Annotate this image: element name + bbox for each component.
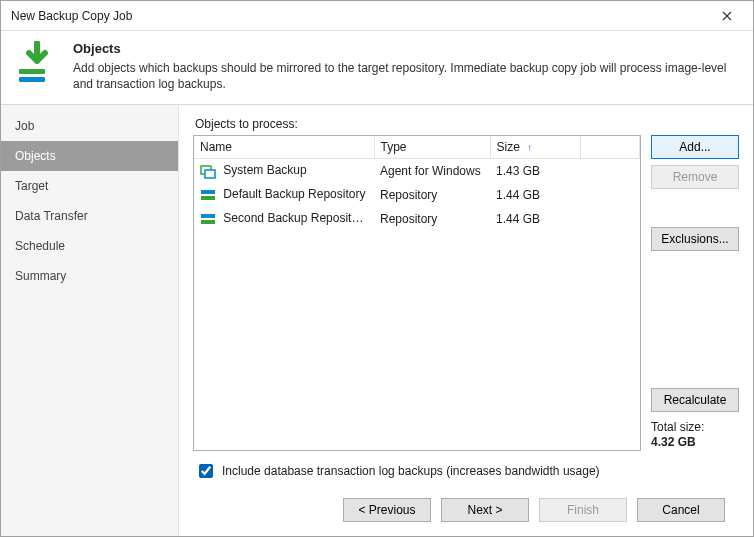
include-tx-logs-label: Include database transaction log backups… <box>222 464 600 478</box>
sidebar-item-summary[interactable]: Summary <box>1 261 178 291</box>
repository-icon <box>200 211 216 227</box>
wizard-main: Objects to process: Name Type Size ↑ <box>179 105 753 536</box>
repository-icon <box>200 187 216 203</box>
header-title: Objects <box>73 41 739 56</box>
svg-rect-6 <box>201 214 215 218</box>
table-row[interactable]: System Backup Agent for Windows 1.43 GB <box>194 159 640 184</box>
cell-type: Repository <box>374 183 490 207</box>
sidebar-item-objects[interactable]: Objects <box>1 141 178 171</box>
close-icon[interactable] <box>707 2 747 30</box>
col-header-size-label: Size <box>497 140 520 154</box>
cancel-button[interactable]: Cancel <box>637 498 725 522</box>
content-row: Name Type Size ↑ <box>193 135 739 451</box>
svg-rect-7 <box>201 220 215 224</box>
system-backup-icon <box>200 163 216 179</box>
include-tx-logs-checkbox[interactable] <box>199 464 213 478</box>
total-size: Total size: 4.32 GB <box>651 420 739 451</box>
objects-table[interactable]: Name Type Size ↑ <box>193 135 641 451</box>
col-header-name[interactable]: Name <box>194 136 374 159</box>
cell-size: 1.43 GB <box>490 159 580 184</box>
cell-name: Second Backup Repository <box>223 212 368 226</box>
wizard-body: Job Objects Target Data Transfer Schedul… <box>1 105 753 536</box>
sort-asc-icon: ↑ <box>527 142 532 153</box>
col-header-spacer <box>580 136 640 159</box>
sidebar-item-target[interactable]: Target <box>1 171 178 201</box>
cell-name: Default Backup Repository <box>223 188 365 202</box>
finish-button[interactable]: Finish <box>539 498 627 522</box>
add-button[interactable]: Add... <box>651 135 739 159</box>
col-header-size[interactable]: Size ↑ <box>490 136 580 159</box>
wizard-window: New Backup Copy Job Objects Add objects … <box>0 0 754 537</box>
svg-rect-5 <box>201 196 215 200</box>
exclusions-button[interactable]: Exclusions... <box>651 227 739 251</box>
cell-type: Agent for Windows <box>374 159 490 184</box>
svg-rect-1 <box>19 77 45 82</box>
table-row[interactable]: Second Backup Repository Repository 1.44… <box>194 207 640 231</box>
wizard-header: Objects Add objects which backups should… <box>1 31 753 105</box>
window-title: New Backup Copy Job <box>11 9 707 23</box>
cell-size: 1.44 GB <box>490 183 580 207</box>
cell-type: Repository <box>374 207 490 231</box>
header-description: Add objects which backups should be mirr… <box>73 60 739 92</box>
total-size-value: 4.32 GB <box>651 435 739 451</box>
remove-button[interactable]: Remove <box>651 165 739 189</box>
svg-rect-3 <box>205 170 215 178</box>
objects-section-label: Objects to process: <box>195 117 739 131</box>
previous-button[interactable]: < Previous <box>343 498 431 522</box>
wizard-sidebar: Job Objects Target Data Transfer Schedul… <box>1 105 179 536</box>
sidebar-item-data-transfer[interactable]: Data Transfer <box>1 201 178 231</box>
total-size-label: Total size: <box>651 420 739 436</box>
sidebar-item-schedule[interactable]: Schedule <box>1 231 178 261</box>
wizard-footer: < Previous Next > Finish Cancel <box>193 487 739 536</box>
next-button[interactable]: Next > <box>441 498 529 522</box>
svg-rect-4 <box>201 190 215 194</box>
header-text: Objects Add objects which backups should… <box>73 41 739 92</box>
side-buttons: Add... Remove Exclusions... Recalculate … <box>651 135 739 451</box>
titlebar: New Backup Copy Job <box>1 1 753 31</box>
recalculate-button[interactable]: Recalculate <box>651 388 739 412</box>
col-header-type[interactable]: Type <box>374 136 490 159</box>
cell-name: System Backup <box>223 164 306 178</box>
svg-rect-0 <box>19 69 45 74</box>
sidebar-item-job[interactable]: Job <box>1 111 178 141</box>
table-row[interactable]: Default Backup Repository Repository 1.4… <box>194 183 640 207</box>
cell-size: 1.44 GB <box>490 207 580 231</box>
include-tx-logs-row[interactable]: Include database transaction log backups… <box>193 451 739 487</box>
objects-header-icon <box>15 41 59 85</box>
